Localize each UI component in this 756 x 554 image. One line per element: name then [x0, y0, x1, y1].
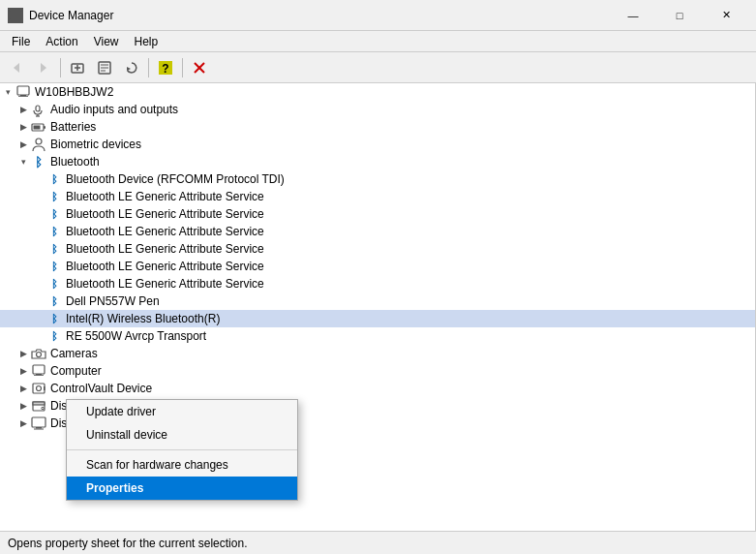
- toolbar-sep-3: [182, 58, 183, 77]
- menu-action[interactable]: Action: [38, 33, 85, 50]
- menu-file[interactable]: File: [4, 33, 38, 50]
- tree-item-bt10[interactable]: ▶ ᛒ RE 5500W Avrcp Transport: [0, 327, 755, 345]
- tree-item-bt2[interactable]: ▶ ᛒ Bluetooth LE Generic Attribute Servi…: [0, 188, 755, 205]
- menu-view[interactable]: View: [86, 33, 127, 50]
- ctx-update[interactable]: Update driver: [67, 400, 297, 423]
- tree-item-bt7[interactable]: ▶ ᛒ Bluetooth LE Generic Attribute Servi…: [0, 275, 755, 292]
- svg-rect-24: [44, 126, 45, 129]
- forward-button[interactable]: [31, 56, 56, 79]
- menu-bar: File Action View Help: [0, 31, 756, 52]
- toggle-biometric[interactable]: ▶: [15, 136, 31, 153]
- properties-button[interactable]: [92, 56, 117, 79]
- bt1-label: Bluetooth Device (RFCOMM Protocol TDI): [66, 172, 285, 186]
- toggle-display[interactable]: ▶: [15, 415, 31, 432]
- tree-item-bluetooth[interactable]: ▾ ᛒ Bluetooth: [0, 153, 755, 170]
- device-tree[interactable]: ▾ W10BHBBJW2 ▶ Aud: [0, 83, 756, 531]
- toggle-batteries[interactable]: ▶: [15, 118, 31, 136]
- window-controls: — □ ✕: [611, 0, 748, 31]
- svg-rect-18: [20, 95, 26, 96]
- bt5-label: Bluetooth LE Generic Attribute Service: [66, 242, 264, 256]
- bluetooth-label: Bluetooth: [50, 155, 100, 169]
- toggle-computer[interactable]: ▶: [15, 362, 31, 380]
- audio-icon: [31, 102, 46, 117]
- tree-item-bt5[interactable]: ▶ ᛒ Bluetooth LE Generic Attribute Servi…: [0, 240, 755, 258]
- bt3-label: Bluetooth LE Generic Attribute Service: [66, 207, 264, 221]
- update-button[interactable]: [119, 56, 144, 79]
- back-button[interactable]: [4, 56, 29, 79]
- svg-point-26: [36, 138, 42, 144]
- battery-icon: [31, 119, 46, 135]
- batteries-label: Batteries: [50, 120, 96, 134]
- svg-point-36: [42, 407, 44, 409]
- tree-item-computer[interactable]: ▶ Computer: [0, 362, 755, 380]
- disk-icon: [31, 398, 46, 414]
- tree-item-bt9[interactable]: ▶ ᛒ Intel(R) Wireless Bluetooth(R): [0, 310, 755, 327]
- tree-item-audio[interactable]: ▶ Audio inputs and outputs: [0, 101, 755, 118]
- svg-rect-30: [34, 375, 44, 376]
- svg-point-27: [37, 353, 42, 357]
- tree-item-bt6[interactable]: ▶ ᛒ Bluetooth LE Generic Attribute Servi…: [0, 258, 755, 275]
- toggle-root[interactable]: ▾: [0, 83, 15, 101]
- bt10-label: RE 5500W Avrcp Transport: [66, 329, 206, 343]
- tree-item-root[interactable]: ▾ W10BHBBJW2: [0, 83, 755, 101]
- bt9-label: Intel(R) Wireless Bluetooth(R): [66, 312, 220, 325]
- tree-item-cameras[interactable]: ▶ Cameras: [0, 345, 755, 362]
- toggle-vault[interactable]: ▶: [15, 380, 31, 397]
- svg-rect-29: [36, 374, 42, 375]
- computer-icon: [15, 84, 31, 100]
- remove-button[interactable]: [187, 56, 212, 79]
- tree-item-bt4[interactable]: ▶ ᛒ Bluetooth LE Generic Attribute Servi…: [0, 223, 755, 240]
- minimize-button[interactable]: —: [611, 0, 655, 31]
- svg-rect-0: [10, 11, 21, 19]
- bt7-label: Bluetooth LE Generic Attribute Service: [66, 277, 264, 291]
- menu-help[interactable]: Help: [127, 33, 166, 50]
- svg-rect-31: [33, 384, 45, 393]
- svg-rect-19: [18, 96, 28, 97]
- show-hidden-button[interactable]: [65, 56, 90, 79]
- context-menu: Update driver Uninstall device Scan for …: [66, 399, 298, 501]
- toolbar-sep-2: [148, 58, 149, 77]
- close-button[interactable]: ✕: [704, 0, 748, 31]
- svg-rect-28: [33, 365, 45, 374]
- ctx-uninstall[interactable]: Uninstall device: [67, 423, 297, 446]
- camera-icon: [31, 346, 46, 361]
- title-bar: Device Manager — □ ✕: [0, 0, 756, 31]
- bt4-icon: ᛒ: [46, 224, 62, 239]
- display-icon: [31, 416, 46, 431]
- tree-item-batteries[interactable]: ▶ Batteries: [0, 118, 755, 136]
- computer-label: Computer: [50, 364, 102, 378]
- tree-item-controlvault[interactable]: ▶ ControlVault Device: [0, 380, 755, 397]
- root-label: W10BHBBJW2: [35, 85, 113, 99]
- audio-label: Audio inputs and outputs: [50, 103, 178, 116]
- toolbar: ?: [0, 52, 756, 83]
- toggle-bluetooth[interactable]: ▾: [15, 153, 31, 170]
- toggle-cameras[interactable]: ▶: [15, 345, 31, 362]
- maximize-button[interactable]: □: [657, 0, 702, 31]
- bt10-icon: ᛒ: [46, 328, 62, 344]
- tree-item-biometric[interactable]: ▶ Biometric devices: [0, 136, 755, 153]
- bt5-icon: ᛒ: [46, 241, 62, 257]
- toggle-audio[interactable]: ▶: [15, 101, 31, 118]
- ctx-scan[interactable]: Scan for hardware changes: [67, 453, 297, 477]
- tree-item-bt8[interactable]: ▶ ᛒ Dell PN557W Pen: [0, 292, 755, 310]
- ctx-properties[interactable]: Properties: [67, 477, 297, 500]
- status-text: Opens property sheet for the current sel…: [8, 537, 247, 550]
- biometric-icon: [31, 137, 46, 152]
- main-area: ▾ W10BHBBJW2 ▶ Aud: [0, 83, 756, 531]
- help-button[interactable]: ?: [153, 56, 178, 79]
- bt8-icon: ᛒ: [46, 293, 62, 309]
- toggle-disk[interactable]: ▶: [15, 397, 31, 415]
- svg-rect-37: [32, 417, 45, 427]
- svg-marker-4: [41, 63, 46, 73]
- computer2-icon: [31, 363, 46, 379]
- tree-item-bt1[interactable]: ▶ ᛒ Bluetooth Device (RFCOMM Protocol TD…: [0, 170, 755, 188]
- svg-rect-1: [13, 19, 18, 21]
- bt3-icon: ᛒ: [46, 206, 62, 222]
- bt1-icon: ᛒ: [46, 171, 62, 187]
- bt9-icon: ᛒ: [46, 311, 62, 326]
- window-title: Device Manager: [29, 9, 611, 22]
- bt8-label: Dell PN557W Pen: [66, 294, 160, 308]
- cameras-label: Cameras: [50, 347, 98, 360]
- tree-item-bt3[interactable]: ▶ ᛒ Bluetooth LE Generic Attribute Servi…: [0, 205, 755, 223]
- svg-point-32: [37, 386, 42, 391]
